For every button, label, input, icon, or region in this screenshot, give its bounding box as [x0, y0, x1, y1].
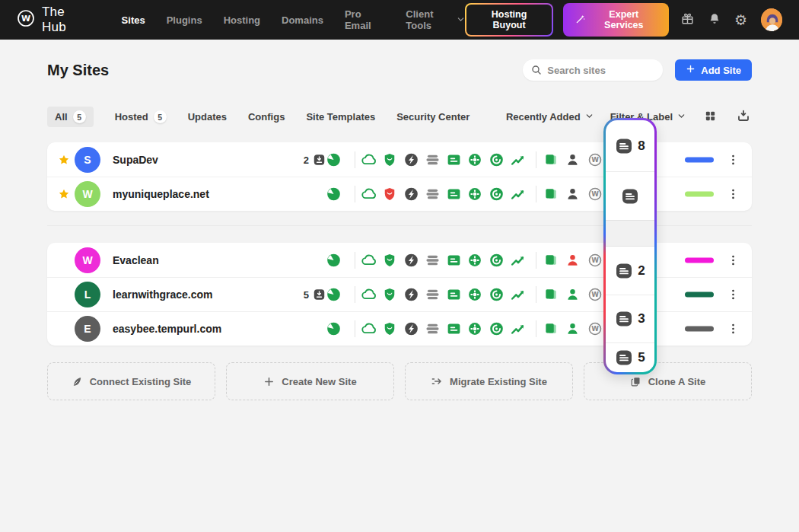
smush-icon[interactable]: [425, 151, 441, 167]
defender-shield-icon[interactable]: [382, 287, 397, 302]
add-site-button[interactable]: Add Site: [675, 59, 752, 81]
updates-indicator[interactable]: 2: [272, 153, 326, 166]
smartcrawl-icon[interactable]: [446, 252, 462, 268]
forminator-icon[interactable]: [467, 287, 482, 302]
hosting-buyout-button[interactable]: Hosting Buyout: [465, 3, 552, 37]
users-icon[interactable]: [565, 152, 580, 167]
tab-hosted[interactable]: Hosted5: [115, 110, 167, 123]
hummingbird-icon[interactable]: [403, 252, 419, 268]
site-avatar[interactable]: E: [75, 316, 100, 342]
snapshot-icon[interactable]: [543, 152, 559, 167]
users-icon[interactable]: [565, 322, 580, 336]
tab-site-templates[interactable]: Site Templates: [306, 111, 375, 123]
hustle-icon[interactable]: [489, 186, 505, 202]
expert-services-button[interactable]: Expert Services: [563, 3, 669, 37]
row-menu-button[interactable]: [724, 320, 742, 338]
hummingbird-icon[interactable]: [403, 321, 419, 337]
beehive-icon[interactable]: [510, 320, 527, 337]
hosting-cloud-icon[interactable]: [361, 252, 377, 269]
checkup-icon[interactable]: [326, 151, 342, 167]
hosting-cloud-icon[interactable]: [361, 151, 377, 168]
snapshot-icon[interactable]: [543, 186, 559, 202]
wordpress-icon[interactable]: W: [587, 186, 603, 202]
nav-item-client-tools[interactable]: Client Tools: [406, 8, 465, 31]
site-label-pill[interactable]: [685, 292, 714, 298]
hustle-icon[interactable]: [489, 321, 505, 337]
hosting-cloud-icon[interactable]: [361, 186, 377, 202]
row-menu-button[interactable]: [724, 151, 742, 168]
row-menu-button[interactable]: [724, 286, 742, 304]
smartcrawl-icon[interactable]: [446, 151, 462, 167]
site-avatar[interactable]: L: [75, 282, 100, 307]
hustle-icon[interactable]: [489, 151, 505, 167]
tab-all[interactable]: All5: [47, 107, 94, 127]
users-icon[interactable]: [565, 187, 580, 202]
checkup-icon[interactable]: [326, 287, 342, 303]
favorite-star-icon[interactable]: [58, 188, 70, 200]
forminator-icon[interactable]: [467, 253, 482, 268]
hummingbird-icon[interactable]: [403, 186, 419, 202]
site-name[interactable]: SupaDev: [113, 154, 158, 166]
forminator-icon[interactable]: [467, 321, 482, 336]
checkup-icon[interactable]: [326, 252, 342, 268]
hustle-icon[interactable]: [489, 287, 505, 303]
site-name[interactable]: Evaclean: [113, 254, 159, 266]
user-avatar[interactable]: [761, 8, 782, 31]
favorite-star-icon[interactable]: [58, 154, 70, 166]
beehive-icon[interactable]: [510, 286, 527, 303]
checkup-icon[interactable]: [326, 186, 342, 202]
hosting-cloud-icon[interactable]: [361, 286, 377, 303]
hosting-cloud-icon[interactable]: [361, 320, 377, 337]
smartcrawl-icon[interactable]: [446, 287, 462, 303]
users-icon[interactable]: [565, 288, 580, 302]
tab-updates[interactable]: Updates: [188, 111, 227, 123]
sort-dropdown[interactable]: Recently Added: [506, 111, 594, 123]
smush-icon[interactable]: [425, 287, 441, 303]
row-menu-button[interactable]: [724, 186, 742, 203]
wordpress-icon[interactable]: W: [587, 152, 603, 167]
grid-view-button[interactable]: [702, 108, 718, 126]
defender-shield-icon[interactable]: [382, 321, 397, 336]
wordpress-icon[interactable]: W: [587, 253, 603, 268]
defender-shield-icon[interactable]: [382, 186, 397, 202]
connect-existing-site-button[interactable]: Connect Existing Site: [47, 362, 215, 400]
defender-shield-icon[interactable]: [382, 152, 397, 167]
defender-shield-icon[interactable]: [382, 253, 397, 268]
snapshot-icon[interactable]: [543, 321, 559, 336]
hummingbird-icon[interactable]: [403, 151, 419, 167]
hub-logo[interactable]: W The Hub: [17, 5, 90, 35]
export-button[interactable]: [735, 107, 752, 126]
nav-item-plugins[interactable]: Plugins: [167, 14, 202, 26]
nav-item-domains[interactable]: Domains: [282, 14, 323, 26]
smartcrawl-icon[interactable]: [446, 321, 462, 337]
site-avatar[interactable]: W: [75, 181, 100, 207]
users-icon[interactable]: [565, 253, 580, 267]
hustle-icon[interactable]: [489, 252, 505, 268]
beehive-icon[interactable]: [510, 186, 527, 202]
smartcrawl-icon[interactable]: [446, 186, 462, 202]
tab-security-center[interactable]: Security Center: [396, 111, 470, 123]
site-label-pill[interactable]: [685, 257, 714, 263]
create-new-site-button[interactable]: Create New Site: [226, 362, 394, 400]
search-input[interactable]: [523, 59, 663, 81]
wordpress-icon[interactable]: W: [587, 321, 603, 336]
site-name[interactable]: learnwithgrace.com: [113, 288, 213, 301]
checkup-icon[interactable]: [326, 321, 342, 337]
site-label-pill[interactable]: [685, 327, 714, 332]
row-menu-button[interactable]: [724, 251, 742, 269]
smush-icon[interactable]: [425, 252, 441, 268]
site-avatar[interactable]: W: [75, 247, 100, 273]
tab-configs[interactable]: Configs: [248, 111, 285, 123]
updates-indicator[interactable]: 5: [272, 288, 326, 301]
forminator-icon[interactable]: [467, 152, 482, 167]
site-label-pill[interactable]: [685, 157, 714, 162]
forminator-icon[interactable]: [467, 186, 482, 202]
nav-item-sites[interactable]: Sites: [122, 14, 145, 26]
nav-item-hosting[interactable]: Hosting: [224, 14, 260, 26]
site-name[interactable]: easybee.tempurl.com: [113, 323, 221, 335]
beehive-icon[interactable]: [510, 252, 527, 269]
smush-icon[interactable]: [425, 321, 441, 337]
snapshot-icon[interactable]: [543, 253, 559, 268]
notifications-button[interactable]: [706, 11, 723, 30]
smush-icon[interactable]: [425, 186, 441, 202]
